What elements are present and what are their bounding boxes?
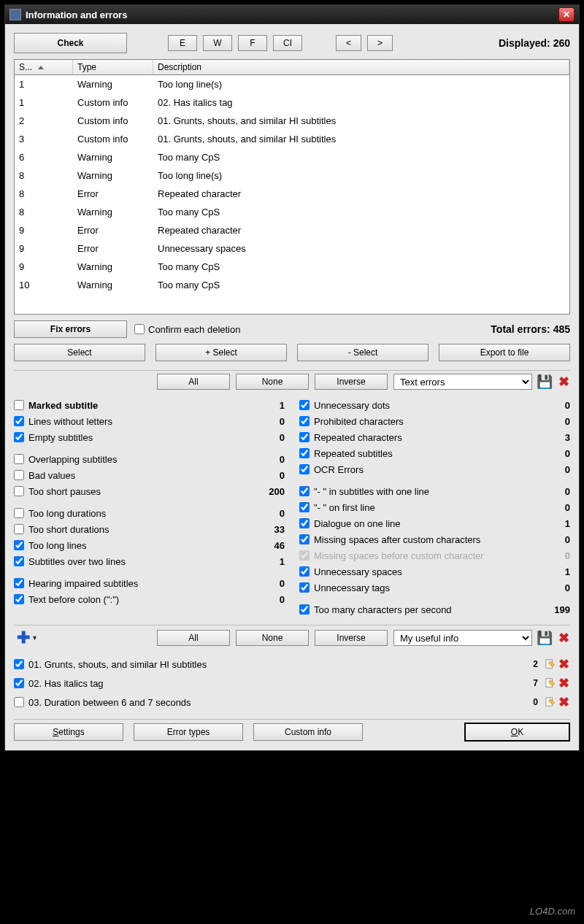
check-item[interactable]: Unnecessary tags0 [299, 580, 570, 596]
check-item[interactable]: Subtitles over two lines1 [14, 553, 285, 569]
settings-button[interactable]: Settings [14, 723, 123, 741]
table-row[interactable]: 9ErrorRepeated character [15, 221, 569, 239]
filter-e-button[interactable]: E [168, 35, 197, 51]
save-icon[interactable]: 💾 [538, 375, 551, 388]
close-button[interactable]: ✕ [558, 7, 575, 22]
check-item[interactable]: Repeated characters3 [299, 429, 570, 445]
delete-custom-icon[interactable]: ✖ [557, 696, 570, 709]
error-group-select[interactable]: Text errors [393, 374, 532, 390]
inverse-button-1[interactable]: Inverse [315, 374, 388, 390]
check-item[interactable]: Text before colon (":")0 [14, 591, 285, 607]
table-row[interactable]: 9ErrorUnnecessary spaces [15, 239, 569, 258]
table-row[interactable]: 1Custom info02. Has italics tag [15, 93, 569, 112]
check-item[interactable]: Overlapping subtitles0 [14, 451, 285, 467]
check-item[interactable]: Too short pauses200 [14, 483, 285, 499]
delete-custom-icon[interactable]: ✖ [557, 658, 570, 671]
col-subtitle[interactable]: S... [15, 60, 73, 74]
all-button-1[interactable]: All [157, 374, 230, 390]
inverse-button-2[interactable]: Inverse [315, 630, 388, 646]
table-row[interactable]: 8ErrorRepeated character [15, 185, 569, 203]
save-icon-2[interactable]: 💾 [538, 631, 551, 644]
check-checkbox[interactable] [14, 578, 24, 588]
export-button[interactable]: Export to file [439, 344, 570, 361]
check-checkbox[interactable] [299, 432, 310, 442]
table-row[interactable]: 8WarningToo many CpS [15, 203, 569, 221]
check-checkbox[interactable] [14, 508, 24, 518]
check-checkbox[interactable] [299, 400, 310, 410]
next-button[interactable]: > [367, 35, 393, 51]
delete-custom-icon[interactable]: ✖ [557, 677, 570, 690]
check-item[interactable]: Prohibited characters0 [299, 413, 570, 429]
check-checkbox[interactable] [14, 524, 24, 534]
check-checkbox[interactable] [14, 556, 24, 566]
table-body[interactable]: 1WarningToo long line(s)1Custom info02. … [15, 75, 569, 313]
select-button[interactable]: Select [14, 344, 145, 361]
check-button[interactable]: Check [14, 33, 127, 53]
table-row[interactable]: 6WarningToo many CpS [15, 148, 569, 166]
table-row[interactable]: 9WarningToo many CpS [15, 258, 569, 276]
check-item[interactable]: Empty subtitles0 [14, 429, 285, 445]
custom-item[interactable]: 02. Has italics tag7✖ [14, 674, 570, 693]
check-checkbox[interactable] [14, 594, 24, 604]
check-item[interactable]: OCR Errors0 [299, 461, 570, 477]
edit-icon[interactable] [544, 658, 557, 671]
check-checkbox[interactable] [299, 566, 310, 577]
table-row[interactable]: 3Custom info01. Grunts, shouts, and simi… [15, 130, 569, 148]
col-description[interactable]: Description [153, 60, 569, 74]
custom-group-select[interactable]: My useful info [393, 630, 532, 646]
check-checkbox[interactable] [299, 550, 310, 561]
check-item[interactable]: "- " on first line0 [299, 499, 570, 515]
check-checkbox[interactable] [299, 534, 310, 544]
check-checkbox[interactable] [14, 416, 24, 426]
minus-select-button[interactable]: - Select [297, 344, 429, 361]
ok-button[interactable]: OK [464, 723, 570, 742]
check-item[interactable]: Too long durations0 [14, 505, 285, 521]
check-item[interactable]: Unnecessary spaces1 [299, 563, 570, 580]
delete-icon-2[interactable]: ✖ [557, 631, 570, 644]
filter-ci-button[interactable]: CI [273, 35, 302, 51]
check-item[interactable]: Bad values0 [14, 467, 285, 483]
fix-errors-button[interactable]: Fix errors [14, 320, 127, 338]
custom-item[interactable]: 03. Duration between 6 and 7 seconds0✖ [14, 693, 570, 712]
check-checkbox[interactable] [299, 582, 310, 593]
error-types-button[interactable]: Error types [134, 723, 243, 741]
plus-select-button[interactable]: + Select [155, 344, 287, 361]
check-checkbox[interactable] [14, 400, 24, 410]
col-type[interactable]: Type [73, 60, 153, 74]
custom-item[interactable]: 01. Grunts, shouts, and similar HI subti… [14, 655, 570, 674]
confirm-deletion-checkbox[interactable]: Confirm each deletion [134, 324, 240, 335]
check-checkbox[interactable] [299, 416, 310, 426]
edit-icon[interactable] [544, 677, 557, 690]
check-checkbox[interactable] [299, 604, 310, 615]
check-item[interactable]: Hearing impaired subtitles0 [14, 575, 285, 591]
table-row[interactable]: 10WarningToo many CpS [15, 276, 569, 294]
all-button-2[interactable]: All [157, 630, 230, 646]
custom-checkbox[interactable] [14, 678, 24, 688]
check-checkbox[interactable] [14, 540, 24, 550]
check-item[interactable]: Marked subtitle1 [14, 397, 285, 413]
edit-icon[interactable] [544, 696, 557, 709]
filter-f-button[interactable]: F [238, 35, 267, 51]
prev-button[interactable]: < [336, 35, 361, 51]
check-checkbox[interactable] [299, 486, 310, 496]
filter-w-button[interactable]: W [203, 35, 232, 51]
check-item[interactable]: Lines without letters0 [14, 413, 285, 429]
table-row[interactable]: 2Custom info01. Grunts, shouts, and simi… [15, 112, 569, 130]
none-button-2[interactable]: None [236, 630, 309, 646]
check-item[interactable]: Too short durations33 [14, 521, 285, 537]
custom-checkbox[interactable] [14, 697, 24, 707]
check-item[interactable]: Missing spaces after custom characters0 [299, 531, 570, 547]
check-item[interactable]: Missing spaces before custom character0 [299, 547, 570, 563]
check-checkbox[interactable] [14, 454, 24, 464]
check-checkbox[interactable] [14, 470, 24, 480]
check-item[interactable]: "- " in subtitles with one line0 [299, 483, 570, 499]
check-item[interactable]: Dialogue on one line1 [299, 515, 570, 531]
check-item[interactable]: Repeated subtitles0 [299, 445, 570, 461]
custom-info-button[interactable]: Custom info [253, 723, 363, 741]
delete-icon[interactable]: ✖ [557, 375, 570, 388]
check-item[interactable]: Unnecessary dots0 [299, 397, 570, 413]
add-custom-button[interactable]: ✚▼ [14, 628, 41, 647]
check-checkbox[interactable] [299, 518, 310, 528]
check-item[interactable]: Too many characters per second199 [299, 601, 570, 617]
check-item[interactable]: Too long lines46 [14, 537, 285, 553]
